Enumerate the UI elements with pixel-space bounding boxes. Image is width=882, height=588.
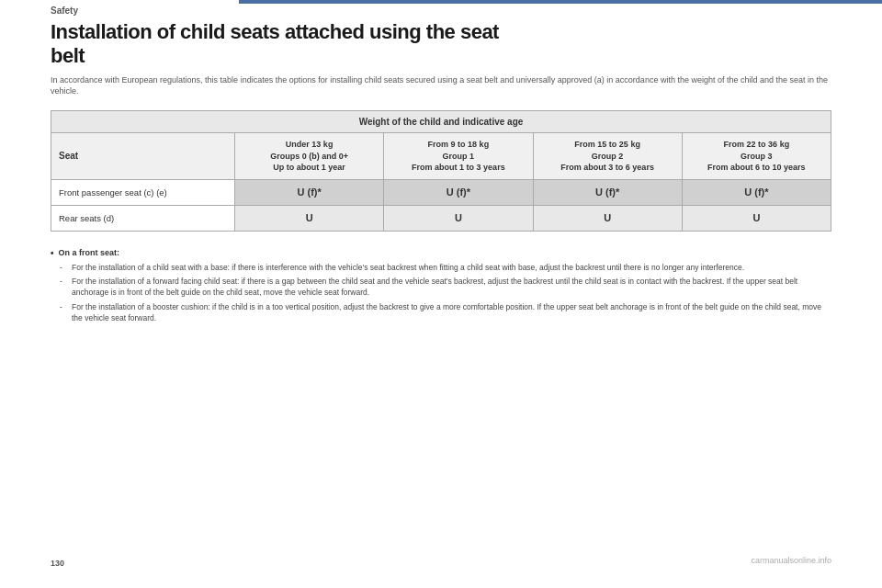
page-number: 130 xyxy=(51,559,64,568)
header-col2: From 9 to 18 kg Group 1 From about 1 to … xyxy=(384,133,533,179)
row2-val3: U xyxy=(534,206,683,231)
bullet-title: On a front seat: xyxy=(51,248,831,258)
bullet-item-1: For the installation of a child seat wit… xyxy=(51,262,831,273)
row2-val4: U xyxy=(683,206,831,231)
row2-val2: U xyxy=(384,206,533,231)
table-row: Rear seats (d) U U U U xyxy=(51,206,831,231)
table-column-headers: Seat Under 13 kg Groups 0 (b) and 0+ Up … xyxy=(51,133,831,180)
table-row: Front passenger seat (c) (e) U (f)* U (f… xyxy=(51,180,831,206)
header-col4: From 22 to 36 kg Group 3 From about 6 to… xyxy=(683,133,831,179)
row1-seat: Front passenger seat (c) (e) xyxy=(51,180,235,205)
bullet-item-3: For the installation of a booster cushio… xyxy=(51,301,831,324)
section-label: Safety xyxy=(51,6,78,16)
header-col3: From 15 to 25 kg Group 2 From about 3 to… xyxy=(534,133,683,179)
row2-val1: U xyxy=(235,206,384,231)
row1-val1: U (f)* xyxy=(235,180,384,205)
row1-val2: U (f)* xyxy=(384,180,533,205)
header-col1: Under 13 kg Groups 0 (b) and 0+ Up to ab… xyxy=(235,133,384,179)
row2-seat: Rear seats (d) xyxy=(51,206,235,231)
watermark: carmanualsonline.info xyxy=(751,556,831,565)
subtitle-text: In accordance with European regulations,… xyxy=(51,74,831,97)
data-table: Weight of the child and indicative age S… xyxy=(51,110,831,232)
header-seat: Seat xyxy=(51,133,235,179)
page-title: Installation of child seats attached usi… xyxy=(51,20,831,69)
row1-val3: U (f)* xyxy=(534,180,683,205)
top-bar: Safety xyxy=(0,0,882,20)
bullet-section: On a front seat: For the installation of… xyxy=(51,248,831,324)
bullet-item-2: For the installation of a forward facing… xyxy=(51,276,831,299)
table-main-header: Weight of the child and indicative age xyxy=(51,111,831,133)
top-bar-accent xyxy=(239,0,882,4)
page-content: Installation of child seats attached usi… xyxy=(51,20,831,570)
row1-val4: U (f)* xyxy=(683,180,831,205)
